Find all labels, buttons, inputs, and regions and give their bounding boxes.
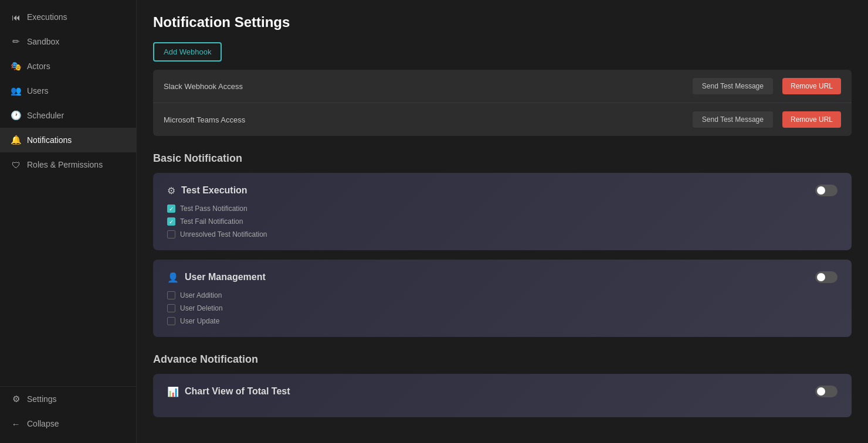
remove-url-button-1[interactable]: Remove URL: [782, 111, 841, 128]
sidebar-item-scheduler[interactable]: 🕐Scheduler: [0, 103, 136, 128]
send-test-message-button-1[interactable]: Send Test Message: [693, 111, 773, 128]
checkbox-row: Unresolved Test Notification: [167, 230, 838, 238]
sidebar-label-settings: Settings: [27, 394, 57, 404]
settings-icon: ⚙: [11, 394, 21, 404]
sidebar-label-sandbox: Sandbox: [27, 37, 59, 46]
webhook-name: Microsoft Teams Access: [164, 115, 693, 124]
webhook-row: Slack Webhook AccessSend Test MessageRem…: [153, 70, 852, 103]
basic-cards-container: ⚙Test ExecutionTest Pass NotificationTes…: [153, 173, 852, 337]
checkbox-user-management-0[interactable]: [167, 291, 175, 299]
sidebar-nav: ⏮Executions✏Sandbox🎭Actors👥Users🕐Schedul…: [0, 0, 136, 386]
sidebar-label-notifications: Notifications: [27, 135, 72, 145]
page-title: Notification Settings: [153, 14, 852, 30]
checkbox-label-user-management-2: User Update: [180, 317, 219, 325]
chart-view-title: Chart View of Total Test: [185, 386, 809, 397]
test-execution-icon: ⚙: [167, 185, 175, 196]
add-webhook-button[interactable]: Add Webhook: [153, 42, 222, 62]
checkbox-test-execution-1[interactable]: [167, 217, 175, 226]
user-management-toggle[interactable]: [815, 271, 838, 283]
checkbox-label-user-management-0: User Addition: [180, 291, 222, 299]
webhook-row: Microsoft Teams AccessSend Test MessageR…: [153, 103, 852, 136]
webhook-table: Slack Webhook AccessSend Test MessageRem…: [153, 70, 852, 136]
notif-card-header-chart-view: 📊Chart View of Total Test: [167, 386, 838, 397]
checkbox-row: Test Pass Notification: [167, 205, 838, 213]
checkbox-row: User Deletion: [167, 304, 838, 312]
webhook-name: Slack Webhook Access: [164, 82, 693, 91]
checkbox-label-test-execution-1: Test Fail Notification: [180, 217, 243, 226]
sandbox-icon: ✏: [11, 36, 21, 47]
chart-view-toggle[interactable]: [815, 386, 838, 397]
checkbox-test-execution-2[interactable]: [167, 230, 175, 238]
collapse-icon: ←: [11, 418, 21, 429]
advance-cards-container: 📊Chart View of Total Test: [153, 374, 852, 417]
sidebar-bottom: ⚙Settings←Collapse: [0, 386, 136, 443]
advance-notification-section: Advance Notification 📊Chart View of Tota…: [153, 353, 852, 417]
sidebar-item-notifications[interactable]: 🔔Notifications: [0, 128, 136, 152]
send-test-message-button-0[interactable]: Send Test Message: [693, 78, 773, 94]
sidebar-item-users[interactable]: 👥Users: [0, 79, 136, 103]
remove-url-button-0[interactable]: Remove URL: [782, 78, 841, 94]
sidebar-item-sandbox[interactable]: ✏Sandbox: [0, 29, 136, 54]
notif-card-user-management: 👤User ManagementUser AdditionUser Deleti…: [153, 260, 852, 337]
sidebar-item-roles[interactable]: 🛡Roles & Permissions: [0, 152, 136, 177]
basic-notification-title: Basic Notification: [153, 152, 852, 165]
notifications-icon: 🔔: [11, 135, 21, 145]
notif-card-chart-view: 📊Chart View of Total Test: [153, 374, 852, 417]
sidebar-label-actors: Actors: [27, 62, 50, 71]
user-management-icon: 👤: [167, 272, 179, 283]
checkbox-user-management-1[interactable]: [167, 304, 175, 312]
sidebar-label-roles: Roles & Permissions: [27, 160, 103, 169]
checkbox-row: User Update: [167, 317, 838, 325]
sidebar-label-users: Users: [27, 86, 49, 96]
checkbox-label-user-management-1: User Deletion: [180, 304, 223, 312]
notif-card-header-test-execution: ⚙Test Execution: [167, 185, 838, 196]
sidebar-label-executions: Executions: [27, 12, 67, 22]
sidebar-label-collapse: Collapse: [27, 419, 59, 428]
test-execution-title: Test Execution: [181, 185, 809, 196]
scheduler-icon: 🕐: [11, 110, 21, 121]
sidebar-item-actors[interactable]: 🎭Actors: [0, 54, 136, 79]
users-icon: 👥: [11, 86, 21, 96]
basic-notification-section: Basic Notification ⚙Test ExecutionTest P…: [153, 152, 852, 337]
notif-card-header-user-management: 👤User Management: [167, 271, 838, 283]
notif-card-test-execution: ⚙Test ExecutionTest Pass NotificationTes…: [153, 173, 852, 250]
sidebar: ⏮Executions✏Sandbox🎭Actors👥Users🕐Schedul…: [0, 0, 137, 443]
test-execution-toggle[interactable]: [815, 185, 838, 196]
checkbox-label-test-execution-2: Unresolved Test Notification: [180, 230, 267, 238]
user-management-title: User Management: [185, 272, 809, 282]
advance-notification-title: Advance Notification: [153, 353, 852, 366]
chart-view-icon: 📊: [167, 386, 179, 397]
sidebar-item-settings[interactable]: ⚙Settings: [0, 387, 136, 411]
checkbox-label-test-execution-0: Test Pass Notification: [180, 205, 247, 213]
actors-icon: 🎭: [11, 61, 21, 71]
checkbox-row: Test Fail Notification: [167, 217, 838, 226]
checkbox-user-management-2[interactable]: [167, 317, 175, 325]
checkbox-test-execution-0[interactable]: [167, 205, 175, 213]
roles-icon: 🛡: [11, 159, 21, 170]
sidebar-item-collapse[interactable]: ←Collapse: [0, 411, 136, 436]
sidebar-label-scheduler: Scheduler: [27, 111, 64, 120]
checkbox-row: User Addition: [167, 291, 838, 299]
executions-icon: ⏮: [11, 12, 21, 22]
sidebar-item-executions[interactable]: ⏮Executions: [0, 5, 136, 29]
main-content: Notification Settings Add Webhook Slack …: [137, 0, 868, 443]
